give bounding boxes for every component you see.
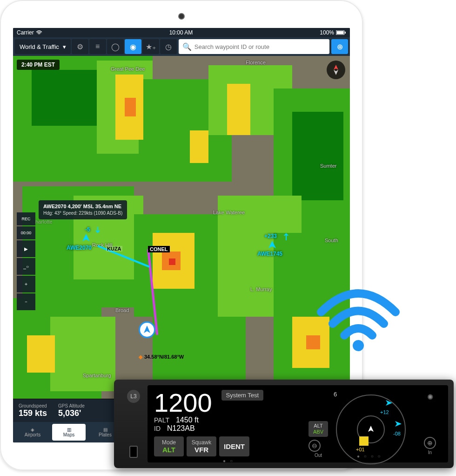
target-alt: +01 <box>356 447 365 452</box>
rec-button[interactable]: REC <box>17 212 35 225</box>
scope-range: 6 <box>334 391 337 398</box>
zoom-out-button[interactable]: － <box>17 293 35 310</box>
chevron-down-icon: ▾ <box>63 43 66 50</box>
rec-time: 00:00 <box>17 226 35 239</box>
compass-icon: ◉ <box>130 42 136 51</box>
map-label: L. Murray <box>250 286 272 292</box>
usb-port-icon <box>129 446 138 458</box>
plus-icon: ＋ <box>24 281 28 287</box>
list-button[interactable]: ≡ <box>89 39 106 54</box>
ident-button[interactable]: IDENT <box>219 436 249 456</box>
status-pill: System Test <box>221 390 264 401</box>
traffic-icon <box>80 233 92 244</box>
tooltip-line1: AWE2070 4,200' MSL 35.4nm NE <box>43 203 122 210</box>
map-label: Broad <box>115 307 129 313</box>
battery-pct: 100% <box>320 29 334 36</box>
traffic-target-icon <box>385 399 394 408</box>
compass-button[interactable]: ◉ <box>125 39 141 54</box>
transponder-device: L3 1200 System Test PALT 1450 ft ID N123… <box>114 380 454 468</box>
svg-rect-2 <box>345 32 346 34</box>
waypoint-label: KUZA <box>106 246 122 252</box>
svg-point-3 <box>353 340 364 351</box>
carrier-label: Carrier <box>17 29 34 36</box>
list-icon: ≡ <box>95 42 100 51</box>
svg-rect-1 <box>336 31 343 34</box>
map-label: Great Pee Dee <box>111 66 145 72</box>
rec-panel: REC 00:00 ▶ ⎯○ ＋ － <box>17 212 35 310</box>
out-knob[interactable]: ⊖ <box>308 440 321 452</box>
id-value: N123AB <box>167 424 195 433</box>
map-mode-dropdown[interactable]: World & Traffic ▾ <box>15 39 71 54</box>
top-toolbar: World & Traffic ▾ ⚙ ≡ ◯ ◉ ★₊ ◷ 🔍 ⊕ <box>13 37 350 56</box>
traffic-alt: +233 <box>264 233 277 239</box>
route-tool-button[interactable]: ⎯○ <box>17 258 35 275</box>
squawk-button[interactable]: Squawk VFR <box>187 436 216 456</box>
wifi-connection-icon <box>312 279 405 354</box>
map-icon: ▥ <box>67 427 71 432</box>
traffic-target-icon <box>359 436 369 446</box>
tooltip-line2: Hdg: 43° Speed: 229kts (1090 ADS-B) <box>43 210 122 217</box>
tab-airports[interactable]: ◈ Airports <box>16 424 49 441</box>
page-dots: ● ○ ○ ○ <box>357 454 382 459</box>
out-label: Out <box>308 453 328 458</box>
waypoint-label: CONEL <box>148 246 170 252</box>
traffic-scope: 6 +12 -08 +01 ● ○ ○ ○ <box>334 390 413 458</box>
traffic-tooltip: AWE2070 4,200' MSL 35.4nm NE Hdg: 43° Sp… <box>39 200 127 219</box>
globe-button[interactable]: ◯ <box>107 39 124 54</box>
gear-icon: ⚙ <box>77 42 83 51</box>
traffic-target-icon <box>394 420 403 429</box>
map-canvas[interactable]: Great Pee Dee Florence Sumter Charlotte … <box>13 56 350 399</box>
play-button[interactable]: ▶ <box>17 240 35 257</box>
wifi-icon <box>36 30 42 35</box>
traffic-icon <box>267 240 278 251</box>
altitude-stat: GPS Altitude 5,036' <box>58 403 85 418</box>
battery-icon <box>336 30 346 35</box>
map-label: Spartanburg <box>83 373 111 378</box>
search-input[interactable] <box>194 43 326 50</box>
clock: 10:00 AM <box>169 29 193 36</box>
weather-radar-layer <box>13 56 350 399</box>
target-alt: +12 <box>380 409 389 415</box>
favorites-button[interactable]: ★₊ <box>142 39 159 54</box>
coords-label: ◆34.58°N/81.68°W <box>139 354 184 360</box>
squawk-code: 1200 <box>154 390 212 416</box>
compass-rose[interactable] <box>327 61 345 79</box>
minus-icon: － <box>24 299 28 305</box>
ownship-scope-icon <box>367 425 375 433</box>
ipad-camera <box>179 14 184 19</box>
locate-icon: ⊕ <box>337 42 343 51</box>
map-label: Lake Wateree <box>213 210 245 215</box>
airport-icon: ◈ <box>31 427 34 432</box>
l3-logo: L3 <box>127 390 140 403</box>
history-button[interactable]: ◷ <box>160 39 177 54</box>
in-label: In <box>424 450 436 455</box>
time-badge: 2:40 PM EST <box>17 60 60 70</box>
arrow-down-icon <box>94 226 101 235</box>
tab-maps[interactable]: ▥ Maps <box>52 424 86 441</box>
map-mode-label: World & Traffic <box>20 43 59 50</box>
arrow-up-icon <box>283 232 289 241</box>
traffic-callsign: AWE1745 <box>257 251 282 257</box>
mode-button[interactable]: Mode ALT <box>154 436 184 456</box>
brightness-icon[interactable]: ✺ <box>427 393 433 401</box>
search-box[interactable]: 🔍 <box>179 39 329 54</box>
play-icon: ▶ <box>24 246 28 252</box>
settings-button[interactable]: ⚙ <box>72 39 88 54</box>
device-bezel-left: L3 <box>120 385 148 462</box>
in-knob[interactable]: ⊕ <box>424 437 436 449</box>
traffic-alt: -5 <box>85 226 90 233</box>
route-icon: ⎯○ <box>23 264 29 269</box>
palt-value: 1450 ft <box>176 416 199 424</box>
palt-label: PALT <box>154 416 169 424</box>
groundspeed-stat: Groundspeed 159 kts <box>19 403 47 418</box>
alt-filter-pill[interactable]: ALT ABV <box>308 421 328 437</box>
map-label: Florence <box>246 60 266 65</box>
search-icon: 🔍 <box>182 42 192 51</box>
id-label: ID <box>154 425 161 432</box>
map-label: South <box>325 238 338 243</box>
target-alt: -08 <box>393 431 401 436</box>
compass-needle-icon <box>329 63 343 77</box>
map-label: Sumter <box>320 163 336 169</box>
zoom-in-button[interactable]: ＋ <box>17 276 35 292</box>
locate-button[interactable]: ⊕ <box>331 39 348 54</box>
